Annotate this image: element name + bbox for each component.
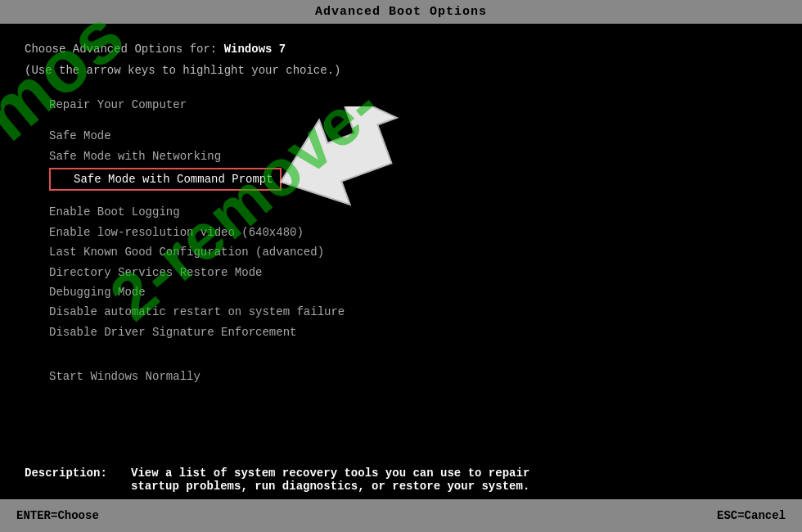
description-line2: startup problems, run diagnostics, or re… (131, 480, 529, 493)
menu-item-disable-driver-sig[interactable]: Disable Driver Signature Enforcement (25, 322, 777, 342)
menu-item-safe-mode-networking[interactable]: Safe Mode with Networking (25, 147, 777, 166)
bottom-bar-left: ENTER=Choose (16, 509, 99, 522)
title-bar: Advanced Boot Options (0, 0, 802, 24)
menu-item-start-normal-wrapper: Start Windows Normally (25, 367, 777, 386)
description-section: Description: View a list of system recov… (0, 467, 802, 493)
menu-item-disable-restart[interactable]: Disable automatic restart on system fail… (25, 302, 777, 322)
description-text: View a list of system recovery tools you… (131, 467, 529, 493)
header-line1: Choose Advanced Options for: Windows 7 (25, 40, 777, 58)
bottom-bar-right: ESC=Cancel (717, 509, 786, 522)
menu-item-repair-computer[interactable]: Repair Your Computer (25, 95, 777, 115)
menu-group3: Enable Boot Logging Enable low-resolutio… (25, 202, 777, 342)
main-content: Choose Advanced Options for: Windows 7 (… (0, 24, 802, 403)
menu-item-safe-mode[interactable]: Safe Mode (25, 126, 777, 146)
header-prefix: Choose Advanced Options for: (25, 43, 224, 56)
menu-item-boot-logging[interactable]: Enable Boot Logging (25, 202, 777, 222)
menu-item-low-res-video[interactable]: Enable low-resolution video (640x480) (25, 223, 777, 242)
description-label: Description: (25, 467, 131, 480)
menu-item-safe-mode-cmd-wrapper: Safe Mode with Command Prompt (25, 168, 777, 191)
menu-item-debugging-mode[interactable]: Debugging Mode (25, 282, 777, 302)
menu-group1: Repair Your Computer (25, 95, 777, 115)
menu-item-last-known-good[interactable]: Last Known Good Configuration (advanced) (25, 242, 777, 262)
menu-item-safe-mode-cmd[interactable]: Safe Mode with Command Prompt (49, 168, 282, 191)
bottom-bar: ENTER=Choose ESC=Cancel (0, 499, 802, 532)
header-os: Windows 7 (224, 43, 286, 56)
menu-item-start-normal[interactable]: Start Windows Normally (49, 367, 777, 386)
menu-group2: Safe Mode Safe Mode with Networking Safe… (25, 126, 777, 191)
header-line2: (Use the arrow keys to highlight your ch… (25, 61, 777, 79)
menu-item-directory-services[interactable]: Directory Services Restore Mode (25, 263, 777, 282)
title-bar-text: Advanced Boot Options (315, 5, 487, 19)
description-line1: View a list of system recovery tools you… (131, 467, 529, 480)
